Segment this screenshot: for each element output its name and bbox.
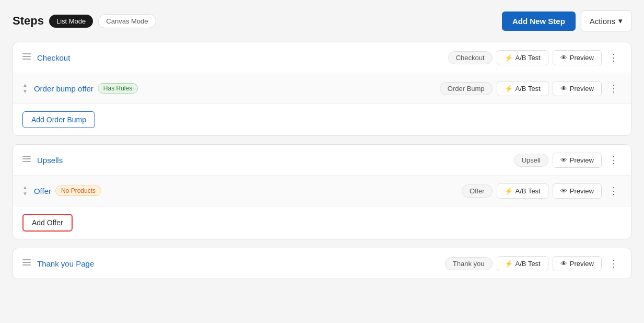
- drag-handle-icon[interactable]: [22, 52, 31, 63]
- svg-rect-5: [22, 161, 31, 162]
- ab-test-icon: ⚡: [505, 54, 513, 62]
- svg-rect-1: [22, 56, 31, 57]
- actions-button[interactable]: Actions: [581, 10, 631, 31]
- checkout-preview-button[interactable]: 👁 Preview: [553, 50, 602, 65]
- has-rules-badge: Has Rules: [98, 83, 138, 94]
- upsells-step-row: Upsells Upsell 👁 Preview ⋮: [13, 145, 631, 176]
- add-new-step-button[interactable]: Add New Step: [502, 11, 576, 31]
- page-wrapper: Steps List Mode Canvas Mode Add New Step…: [0, 0, 644, 298]
- actions-label: Actions: [590, 17, 615, 26]
- preview-label-5: Preview: [570, 260, 594, 268]
- top-header: Steps List Mode Canvas Mode Add New Step…: [13, 10, 631, 31]
- upsells-type-badge: Upsell: [514, 154, 548, 167]
- order-bump-row-right: Order Bump ⚡ A/B Test 👁 Preview ⋮: [440, 80, 622, 96]
- eye-icon-5: 👁: [560, 260, 567, 268]
- svg-rect-6: [22, 259, 31, 260]
- offer-ab-test-button[interactable]: ⚡ A/B Test: [497, 183, 548, 199]
- page-title: Steps: [13, 14, 44, 28]
- upsells-section: Upsells Upsell 👁 Preview ⋮ ▲▼ Offer No P…: [13, 144, 631, 239]
- svg-rect-4: [22, 158, 31, 159]
- checkout-row-right: Checkout ⚡ A/B Test 👁 Preview ⋮: [448, 50, 622, 65]
- order-bump-type-badge: Order Bump: [440, 82, 493, 95]
- ab-test-icon-4: ⚡: [505, 187, 513, 195]
- checkout-type-badge: Checkout: [448, 51, 493, 64]
- offer-row-right: Offer ⚡ A/B Test 👁 Preview ⋮: [462, 183, 622, 199]
- checkout-section: Checkout Checkout ⚡ A/B Test 👁 Preview ⋮…: [13, 42, 631, 136]
- offer-more-button[interactable]: ⋮: [606, 183, 622, 199]
- canvas-mode-button[interactable]: Canvas Mode: [98, 14, 156, 28]
- add-order-bump-button[interactable]: Add Order Bump: [22, 111, 95, 128]
- header-right: Add New Step Actions: [502, 10, 631, 31]
- ab-test-icon-2: ⚡: [505, 85, 513, 93]
- drag-handle-icon-3[interactable]: [22, 155, 31, 165]
- eye-icon-3: 👁: [560, 156, 567, 164]
- eye-icon-4: 👁: [560, 187, 567, 195]
- offer-step-row: ▲▼ Offer No Products Offer ⚡ A/B Test 👁 …: [13, 176, 631, 206]
- order-bump-step-name[interactable]: Order bump offer: [34, 84, 93, 93]
- svg-rect-7: [22, 262, 31, 263]
- thankyou-step-row: Thank you Page Thank you ⚡ A/B Test 👁 Pr…: [13, 248, 631, 279]
- thankyou-preview-button[interactable]: 👁 Preview: [553, 256, 602, 271]
- eye-icon: 👁: [560, 54, 567, 62]
- checkout-step-name[interactable]: Checkout: [37, 53, 70, 62]
- thankyou-more-button[interactable]: ⋮: [606, 256, 622, 271]
- eye-icon-2: 👁: [560, 85, 567, 93]
- add-order-bump-row: Add Order Bump: [13, 104, 631, 135]
- thankyou-row-right: Thank you ⚡ A/B Test 👁 Preview ⋮: [445, 256, 622, 271]
- ab-test-icon-5: ⚡: [505, 260, 513, 268]
- no-products-badge: No Products: [55, 186, 101, 196]
- sort-arrows-icon[interactable]: ▲▼: [22, 82, 28, 95]
- svg-rect-3: [22, 156, 31, 157]
- header-left: Steps List Mode Canvas Mode: [13, 14, 156, 28]
- upsells-more-button[interactable]: ⋮: [606, 152, 622, 168]
- thankyou-ab-test-button[interactable]: ⚡ A/B Test: [497, 256, 548, 271]
- svg-rect-0: [22, 53, 31, 54]
- upsells-row-right: Upsell 👁 Preview ⋮: [514, 152, 622, 168]
- svg-rect-8: [22, 264, 31, 266]
- add-offer-row: Add Offer: [13, 206, 631, 239]
- list-mode-button[interactable]: List Mode: [49, 15, 93, 28]
- thankyou-section: Thank you Page Thank you ⚡ A/B Test 👁 Pr…: [13, 248, 631, 279]
- order-bump-more-button[interactable]: ⋮: [606, 80, 622, 96]
- offer-type-badge: Offer: [462, 184, 493, 198]
- thankyou-type-badge: Thank you: [445, 257, 493, 270]
- order-bump-step-row: ▲▼ Order bump offer Has Rules Order Bump…: [13, 73, 631, 104]
- chevron-down-icon: [618, 16, 623, 26]
- order-bump-preview-button[interactable]: 👁 Preview: [553, 81, 602, 96]
- offer-preview-button[interactable]: 👁 Preview: [553, 183, 602, 199]
- order-bump-ab-test-button[interactable]: ⚡ A/B Test: [497, 81, 548, 96]
- checkout-more-button[interactable]: ⋮: [606, 50, 622, 65]
- checkout-step-row: Checkout Checkout ⚡ A/B Test 👁 Preview ⋮: [13, 42, 631, 73]
- ab-test-label-5: A/B Test: [516, 260, 541, 268]
- drag-handle-icon-5[interactable]: [22, 258, 31, 269]
- preview-label: Preview: [570, 54, 594, 62]
- ab-test-label-4: A/B Test: [516, 187, 541, 195]
- add-offer-button[interactable]: Add Offer: [22, 214, 73, 232]
- svg-rect-2: [22, 59, 31, 60]
- preview-label-4: Preview: [570, 187, 594, 195]
- preview-label-3: Preview: [570, 156, 594, 164]
- ab-test-label-2: A/B Test: [516, 85, 541, 93]
- preview-label-2: Preview: [570, 85, 594, 93]
- ab-test-label: A/B Test: [516, 54, 541, 62]
- thankyou-step-name[interactable]: Thank you Page: [37, 259, 94, 268]
- sort-arrows-icon-2[interactable]: ▲▼: [22, 184, 28, 197]
- upsells-preview-button[interactable]: 👁 Preview: [553, 153, 602, 168]
- offer-step-name[interactable]: Offer: [34, 187, 51, 195]
- checkout-ab-test-button[interactable]: ⚡ A/B Test: [497, 50, 548, 65]
- upsells-step-name[interactable]: Upsells: [37, 156, 63, 165]
